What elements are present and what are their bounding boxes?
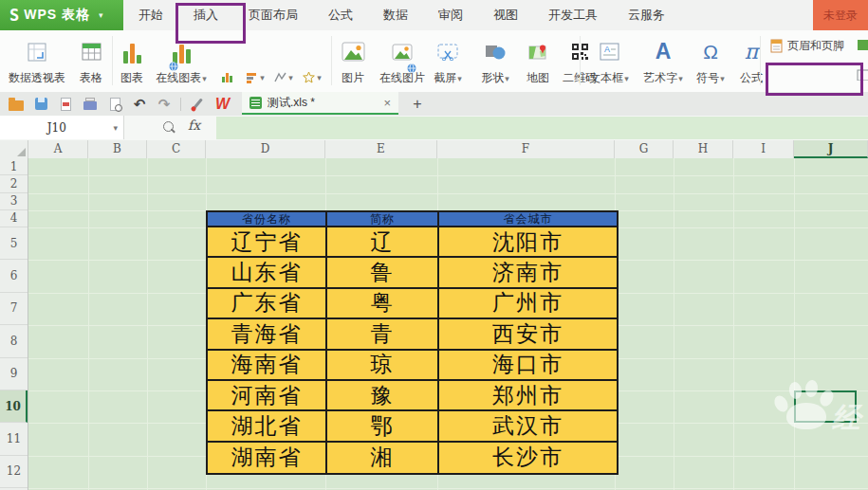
- print-button[interactable]: [78, 92, 102, 116]
- row-header-6[interactable]: 6: [0, 260, 28, 292]
- table-row: 山东省鲁济南市: [208, 258, 617, 288]
- close-tab-icon[interactable]: ×: [383, 96, 391, 110]
- table-cell-r8c2[interactable]: 西安市: [439, 319, 617, 350]
- column-header-A[interactable]: A: [28, 140, 88, 158]
- symbol-button[interactable]: Ω 符号▾: [689, 32, 732, 89]
- omega-symbol-icon: Ω: [703, 32, 718, 71]
- column-header-G[interactable]: G: [615, 140, 674, 158]
- menu-tab-审阅[interactable]: 审阅: [423, 0, 478, 30]
- save-button[interactable]: [28, 92, 53, 116]
- column-header-C[interactable]: C: [147, 140, 206, 158]
- table-cell-r11c2[interactable]: 武汉市: [439, 411, 617, 442]
- document-tab-active[interactable]: 测试.xls * ×: [242, 92, 398, 115]
- table-cell-r5c2[interactable]: 沈阳市: [439, 227, 617, 258]
- table-cell-r8c1[interactable]: 青: [327, 319, 439, 350]
- table-cell-r7c2[interactable]: 广州市: [439, 289, 617, 319]
- table-cell-r12c2[interactable]: 长沙市: [439, 443, 617, 473]
- wps-app-menu[interactable]: S WPS 表格 ▾: [0, 0, 123, 30]
- export-pdf-button[interactable]: [53, 92, 78, 116]
- table-cell-r11c1[interactable]: 鄂: [327, 411, 439, 442]
- radar-chart-mini-button[interactable]: ▾: [298, 64, 326, 90]
- map-button[interactable]: 地图: [520, 32, 556, 89]
- table-header-cell[interactable]: 省份名称: [208, 212, 327, 227]
- redo-button[interactable]: ↷: [152, 92, 176, 116]
- insert-function-button[interactable]: fx: [188, 118, 200, 133]
- table-icon: [82, 32, 102, 71]
- table-cell-r12c0[interactable]: 湖南省: [208, 443, 327, 473]
- column-header-D[interactable]: D: [206, 140, 325, 158]
- row-header-4[interactable]: 4: [0, 210, 28, 227]
- wordart-button[interactable]: A 艺术字▾: [637, 32, 689, 89]
- textbox-button[interactable]: A 文本框▾: [582, 32, 636, 89]
- column-header-H[interactable]: H: [674, 140, 733, 158]
- row-header-1[interactable]: 1: [0, 158, 28, 175]
- table-header-cell[interactable]: 简称: [327, 212, 439, 227]
- equation-button[interactable]: π 公式: [732, 32, 770, 89]
- menu-tab-云服务[interactable]: 云服务: [613, 0, 680, 30]
- formula-input[interactable]: [216, 117, 868, 139]
- table-cell-r10c0[interactable]: 河南省: [208, 381, 327, 411]
- column-chart-icon: [221, 71, 233, 83]
- column-chart-mini-button[interactable]: [212, 64, 241, 90]
- active-cell-J10[interactable]: [794, 390, 857, 423]
- table-button[interactable]: 表格: [72, 32, 110, 89]
- column-header-F[interactable]: F: [437, 140, 615, 158]
- picture-icon: [342, 32, 365, 71]
- table-cell-r7c0[interactable]: 广东省: [208, 289, 327, 319]
- hbar-chart-mini-button[interactable]: ▾: [241, 64, 269, 90]
- row-header-3[interactable]: 3: [0, 193, 28, 210]
- wps-logo-icon: S: [9, 6, 19, 25]
- table-cell-r9c0[interactable]: 海南省: [208, 351, 327, 381]
- pivot-table-button[interactable]: 数据透视表: [2, 32, 72, 89]
- header-footer-button[interactable]: 页眉和页脚: [770, 38, 844, 54]
- chart-button[interactable]: 图表: [114, 32, 150, 89]
- table-cell-r8c0[interactable]: 青海省: [208, 319, 327, 350]
- chevron-down-icon: ▾: [317, 73, 322, 82]
- screenshot-button[interactable]: 截屏▾: [425, 32, 471, 89]
- print-preview-button[interactable]: [102, 92, 127, 116]
- shapes-button[interactable]: 形状▾: [472, 32, 518, 89]
- table-cell-r9c1[interactable]: 琼: [327, 351, 439, 381]
- row-header-11[interactable]: 11: [0, 423, 28, 455]
- table-cell-r10c2[interactable]: 郑州市: [439, 381, 617, 411]
- customize-toolbar-button[interactable]: [185, 92, 210, 116]
- online-picture-button[interactable]: 在线图片: [374, 32, 431, 89]
- row-header-7[interactable]: 7: [0, 293, 28, 325]
- menu-tab-开始[interactable]: 开始: [123, 0, 178, 30]
- table-cell-r5c0[interactable]: 辽宁省: [208, 227, 327, 258]
- menu-tab-数据[interactable]: 数据: [368, 0, 423, 30]
- login-button[interactable]: 未登录: [813, 0, 868, 30]
- line-chart-icon: [274, 71, 286, 83]
- name-box[interactable]: J10 ▾: [0, 116, 124, 139]
- select-all-corner[interactable]: [0, 140, 28, 158]
- table-cell-r6c2[interactable]: 济南市: [439, 258, 617, 288]
- table-cell-r6c1[interactable]: 鲁: [327, 258, 439, 288]
- row-header-2[interactable]: 2: [0, 175, 28, 192]
- menu-tab-开发工具[interactable]: 开发工具: [533, 0, 613, 30]
- row-header-12[interactable]: 12: [0, 456, 28, 488]
- table-cell-r6c0[interactable]: 山东省: [208, 258, 327, 288]
- column-header-J[interactable]: J: [794, 140, 868, 158]
- open-file-button[interactable]: [4, 92, 28, 116]
- row-header-9[interactable]: 9: [0, 358, 28, 390]
- undo-button[interactable]: ↶: [127, 92, 152, 116]
- menu-tab-视图[interactable]: 视图: [478, 0, 533, 30]
- column-header-B[interactable]: B: [88, 140, 147, 158]
- table-cell-r9c2[interactable]: 海口市: [439, 351, 617, 381]
- row-header-8[interactable]: 8: [0, 325, 28, 357]
- table-cell-r10c1[interactable]: 豫: [327, 381, 439, 411]
- menu-tab-公式[interactable]: 公式: [313, 0, 368, 30]
- column-header-E[interactable]: E: [325, 140, 437, 158]
- table-cell-r5c1[interactable]: 辽: [327, 227, 439, 258]
- picture-button[interactable]: 图片: [334, 32, 372, 89]
- search-icon[interactable]: [163, 121, 174, 132]
- table-cell-r12c1[interactable]: 湘: [327, 443, 439, 473]
- table-cell-r11c0[interactable]: 湖北省: [208, 411, 327, 442]
- line-chart-mini-button[interactable]: ▾: [269, 64, 298, 90]
- table-cell-r7c1[interactable]: 粤: [327, 289, 439, 319]
- table-header-cell[interactable]: 省会城市: [439, 212, 617, 227]
- new-tab-button[interactable]: +: [406, 92, 429, 116]
- row-header-10[interactable]: 10: [0, 390, 28, 423]
- row-header-5[interactable]: 5: [0, 227, 28, 260]
- column-header-I[interactable]: I: [733, 140, 794, 158]
